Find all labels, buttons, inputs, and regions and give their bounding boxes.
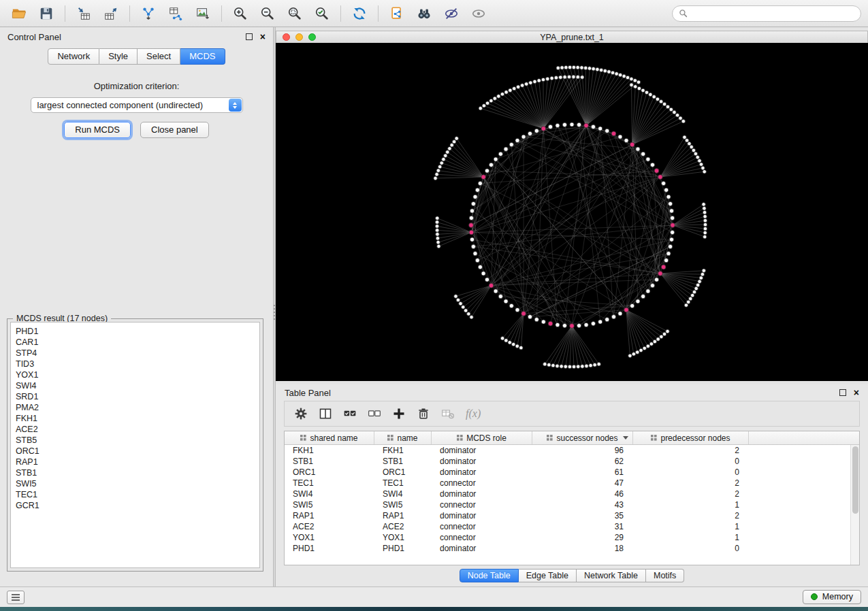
function-builder-button[interactable]: f(x) [466,408,481,420]
search-box[interactable] [672,5,861,22]
column-header-predecessor-nodes[interactable]: predecessor nodes [633,431,749,444]
mcds-result-item[interactable]: STB5 [16,435,255,446]
trash-icon [417,407,430,420]
mcds-result-item[interactable]: TEC1 [16,489,255,500]
tab-mcds[interactable]: MCDS [180,48,225,65]
sort-caret-icon[interactable] [623,436,628,440]
search-input[interactable] [692,9,854,18]
open-session-button[interactable] [7,3,31,24]
tab-style[interactable]: Style [99,48,138,65]
minimize-window-icon[interactable] [295,33,303,41]
table-row[interactable]: ACE2ACE2connector311 [285,521,850,532]
table-cell: TEC1 [285,478,374,488]
close-window-icon[interactable] [283,33,290,41]
add-column-button[interactable] [392,407,406,420]
criterion-dropdown[interactable]: largest connected component (undirected) [31,97,243,113]
tab-node-table[interactable]: Node Table [460,569,519,582]
mcds-result-item[interactable]: FKH1 [16,413,255,424]
scrollbar-thumb[interactable] [852,446,858,514]
mcds-result-item[interactable]: GCR1 [16,500,255,511]
table-cell: 46 [532,489,633,499]
control-tabs: NetworkStyleSelectMCDS [0,48,273,65]
column-header-name[interactable]: name [374,431,432,444]
network-titlebar[interactable]: YPA_prune.txt_1 [276,31,868,43]
mcds-result-item[interactable]: CAR1 [16,337,255,348]
mcds-result-item[interactable]: STB1 [16,467,255,478]
close-table-panel-icon[interactable]: × [854,389,859,396]
column-header-MCDS-role[interactable]: MCDS role [432,431,532,444]
table-row[interactable]: YOX1YOX1connector291 [285,532,850,543]
float-panel-icon[interactable] [246,33,253,40]
tab-network-table[interactable]: Network Table [577,569,646,582]
tab-select[interactable]: Select [138,48,180,65]
mcds-result-item[interactable]: PHD1 [16,326,255,337]
network-canvas[interactable] [276,43,868,381]
fx-icon: f(x) [466,408,481,419]
import-table-button[interactable] [71,3,96,24]
table-scrollbar[interactable] [850,445,859,565]
mcds-result-item[interactable]: ACE2 [16,424,255,435]
table-row[interactable]: SWI5SWI5connector431 [285,499,850,510]
divider-grip-icon [274,305,275,320]
tab-motifs[interactable]: Motifs [646,569,684,582]
select-all-icon [343,407,357,420]
zoom-selected-button[interactable] [310,3,334,24]
mcds-result-item[interactable]: RAP1 [16,457,255,467]
mcds-result-item[interactable]: STP4 [16,348,255,359]
show-columns-button[interactable] [319,407,332,420]
column-header-successor-nodes[interactable]: successor nodes [532,431,633,444]
columns-icon [319,407,332,420]
table-cell: STB1 [374,457,432,466]
zoom-fit-button[interactable] [283,3,307,24]
mcds-result-item[interactable]: SRD1 [16,391,255,402]
clear-table-button[interactable] [441,407,455,420]
column-header-shared-name[interactable]: shared name [285,431,374,444]
export-network-table-icon [168,6,183,21]
close-panel-button[interactable]: Close panel [140,122,209,138]
mcds-result-item[interactable]: SWI4 [16,380,255,391]
zoom-in-button[interactable] [228,3,253,24]
unselect-all-button[interactable] [368,407,381,420]
float-table-panel-icon[interactable] [839,389,846,396]
mcds-result-item[interactable]: SWI5 [16,478,255,489]
mcds-result-item[interactable]: ORC1 [16,446,255,457]
export-network-button[interactable] [163,3,188,24]
table-row[interactable]: ORC1ORC1dominator610 [285,467,850,478]
share-document-button[interactable] [385,3,409,24]
attribute-type-icon [387,435,393,441]
export-table-button[interactable] [99,3,123,24]
zoom-fit-icon [287,6,302,21]
table-row[interactable]: PHD1PHD1dominator180 [285,543,850,554]
mcds-result-item[interactable]: PMA2 [16,402,255,413]
show-graphics-button[interactable] [466,3,491,24]
memory-button[interactable]: Memory [803,590,861,604]
table-row[interactable]: STB1STB1dominator620 [285,456,850,467]
delete-column-button[interactable] [417,407,430,420]
mcds-result-item[interactable]: YOX1 [16,369,255,380]
export-image-button[interactable] [191,3,215,24]
search-network-button[interactable] [412,3,436,24]
save-session-button[interactable] [34,3,59,24]
table-row[interactable]: SWI4SWI4dominator462 [285,489,850,499]
table-row[interactable]: FKH1FKH1dominator962 [285,445,850,456]
run-mcds-button[interactable]: Run MCDS [64,122,131,138]
tab-edge-table[interactable]: Edge Table [519,569,577,582]
table-cell: FKH1 [374,446,432,455]
mcds-result-item[interactable]: TID3 [16,359,255,369]
refresh-view-button[interactable] [347,3,372,24]
select-all-button[interactable] [343,407,357,420]
zoom-out-button[interactable] [255,3,280,24]
import-network-button[interactable] [136,3,161,24]
table-settings-button[interactable] [294,407,308,420]
dropdown-stepper-icon [229,99,242,112]
show-panels-button[interactable] [7,591,25,604]
close-panel-icon[interactable]: × [260,33,266,40]
table-row[interactable]: RAP1RAP1dominator352 [285,510,850,521]
table-row[interactable]: TEC1TEC1connector472 [285,478,850,489]
maximize-window-icon[interactable] [308,33,316,41]
node-table-body: FKH1FKH1dominator962STB1STB1dominator620… [285,445,850,565]
tab-network[interactable]: Network [48,48,99,65]
memory-label: Memory [822,592,853,601]
hide-graphics-button[interactable] [439,3,464,24]
attribute-type-icon [651,435,657,441]
